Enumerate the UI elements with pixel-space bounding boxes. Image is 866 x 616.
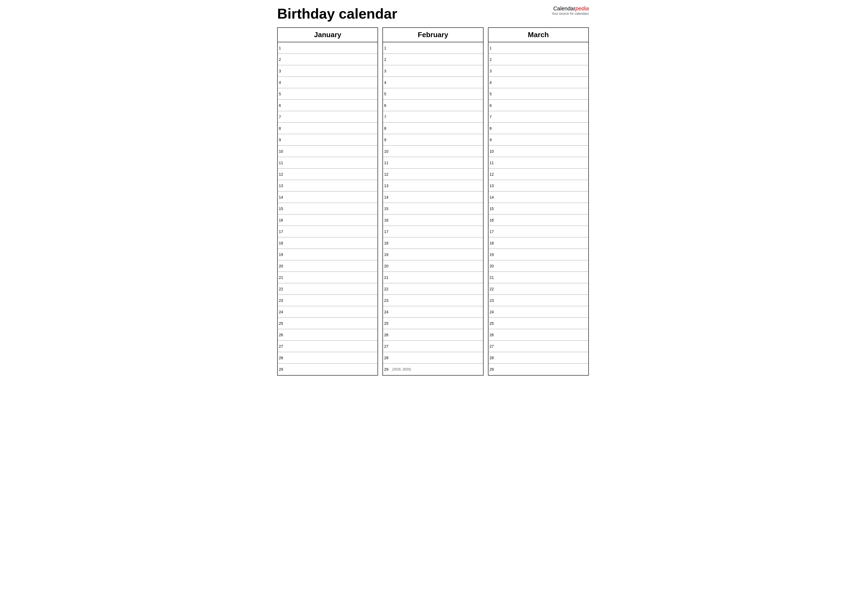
- day-row[interactable]: 29(2016, 2020): [383, 364, 483, 375]
- day-row[interactable]: 4: [488, 77, 588, 88]
- day-row[interactable]: 20: [488, 260, 588, 272]
- day-row[interactable]: 11: [383, 157, 483, 168]
- day-row[interactable]: 8: [383, 123, 483, 134]
- day-row[interactable]: 21: [278, 272, 378, 283]
- day-row[interactable]: 22: [383, 283, 483, 295]
- day-row[interactable]: 19: [383, 249, 483, 260]
- day-row[interactable]: 7: [383, 111, 483, 123]
- day-row[interactable]: 3: [488, 65, 588, 77]
- day-number: 13: [279, 184, 287, 188]
- day-number: 7: [490, 115, 497, 119]
- day-row[interactable]: 19: [488, 249, 588, 260]
- day-number: 14: [384, 195, 392, 200]
- day-row[interactable]: 16: [383, 214, 483, 226]
- day-number: 13: [384, 184, 392, 188]
- day-row[interactable]: 25: [383, 318, 483, 329]
- day-row[interactable]: 22: [278, 283, 378, 295]
- day-row[interactable]: 26: [383, 329, 483, 341]
- day-row[interactable]: 11: [488, 157, 588, 168]
- day-row[interactable]: 4: [278, 77, 378, 88]
- day-row[interactable]: 12: [278, 168, 378, 180]
- day-row[interactable]: 2: [488, 54, 588, 65]
- day-row[interactable]: 22: [488, 283, 588, 295]
- day-row[interactable]: 27: [488, 341, 588, 352]
- day-row[interactable]: 18: [383, 237, 483, 249]
- day-row[interactable]: 5: [383, 88, 483, 100]
- day-row[interactable]: 21: [383, 272, 483, 283]
- day-row[interactable]: 14: [278, 192, 378, 203]
- day-row[interactable]: 2: [278, 54, 378, 65]
- day-row[interactable]: 2: [383, 54, 483, 65]
- day-row[interactable]: 23: [488, 295, 588, 306]
- day-row[interactable]: 4: [383, 77, 483, 88]
- day-row[interactable]: 25: [278, 318, 378, 329]
- day-row[interactable]: 17: [488, 226, 588, 237]
- day-row[interactable]: 14: [488, 192, 588, 203]
- day-row[interactable]: 27: [278, 341, 378, 352]
- day-row[interactable]: 26: [278, 329, 378, 341]
- day-row[interactable]: 3: [383, 65, 483, 77]
- day-row[interactable]: 10: [488, 146, 588, 157]
- day-row[interactable]: 28: [488, 352, 588, 364]
- day-row[interactable]: 14: [383, 192, 483, 203]
- day-row[interactable]: 1: [278, 42, 378, 54]
- day-row[interactable]: 5: [488, 88, 588, 100]
- day-row[interactable]: 17: [278, 226, 378, 237]
- day-row[interactable]: 17: [383, 226, 483, 237]
- day-row[interactable]: 15: [383, 203, 483, 214]
- day-row[interactable]: 15: [278, 203, 378, 214]
- day-row[interactable]: 23: [278, 295, 378, 306]
- day-number: 4: [279, 80, 287, 85]
- day-row[interactable]: 1: [383, 42, 483, 54]
- day-row[interactable]: 5: [278, 88, 378, 100]
- day-row[interactable]: 28: [278, 352, 378, 364]
- day-row[interactable]: 24: [383, 306, 483, 318]
- day-row[interactable]: 29: [488, 364, 588, 375]
- day-row[interactable]: 13: [278, 180, 378, 192]
- day-row[interactable]: 12: [488, 168, 588, 180]
- day-row[interactable]: 7: [278, 111, 378, 123]
- day-row[interactable]: 9: [278, 134, 378, 146]
- day-row[interactable]: 24: [278, 306, 378, 318]
- day-number: 6: [490, 103, 497, 108]
- day-row[interactable]: 7: [488, 111, 588, 123]
- day-number: 26: [279, 333, 287, 337]
- day-row[interactable]: 25: [488, 318, 588, 329]
- day-row[interactable]: 6: [278, 100, 378, 111]
- day-row[interactable]: 18: [488, 237, 588, 249]
- day-row[interactable]: 9: [488, 134, 588, 146]
- day-row[interactable]: 15: [488, 203, 588, 214]
- day-row[interactable]: 12: [383, 168, 483, 180]
- day-number: 20: [490, 264, 497, 268]
- day-row[interactable]: 24: [488, 306, 588, 318]
- day-row[interactable]: 6: [383, 100, 483, 111]
- day-row[interactable]: 20: [383, 260, 483, 272]
- day-number: 22: [490, 287, 497, 291]
- day-row[interactable]: 8: [278, 123, 378, 134]
- day-row[interactable]: 10: [383, 146, 483, 157]
- day-row[interactable]: 29: [278, 364, 378, 375]
- day-number: 7: [279, 115, 287, 119]
- day-row[interactable]: 8: [488, 123, 588, 134]
- day-number: 10: [384, 149, 392, 154]
- day-row[interactable]: 16: [278, 214, 378, 226]
- day-row[interactable]: 1: [488, 42, 588, 54]
- day-row[interactable]: 10: [278, 146, 378, 157]
- day-row[interactable]: 6: [488, 100, 588, 111]
- day-number: 12: [490, 172, 497, 176]
- day-row[interactable]: 13: [488, 180, 588, 192]
- day-row[interactable]: 26: [488, 329, 588, 341]
- day-row[interactable]: 11: [278, 157, 378, 168]
- day-row[interactable]: 21: [488, 272, 588, 283]
- day-number: 27: [384, 344, 392, 349]
- day-row[interactable]: 28: [383, 352, 483, 364]
- day-row[interactable]: 13: [383, 180, 483, 192]
- day-row[interactable]: 20: [278, 260, 378, 272]
- day-row[interactable]: 18: [278, 237, 378, 249]
- day-row[interactable]: 16: [488, 214, 588, 226]
- day-row[interactable]: 23: [383, 295, 483, 306]
- day-row[interactable]: 9: [383, 134, 483, 146]
- day-row[interactable]: 27: [383, 341, 483, 352]
- day-row[interactable]: 19: [278, 249, 378, 260]
- day-row[interactable]: 3: [278, 65, 378, 77]
